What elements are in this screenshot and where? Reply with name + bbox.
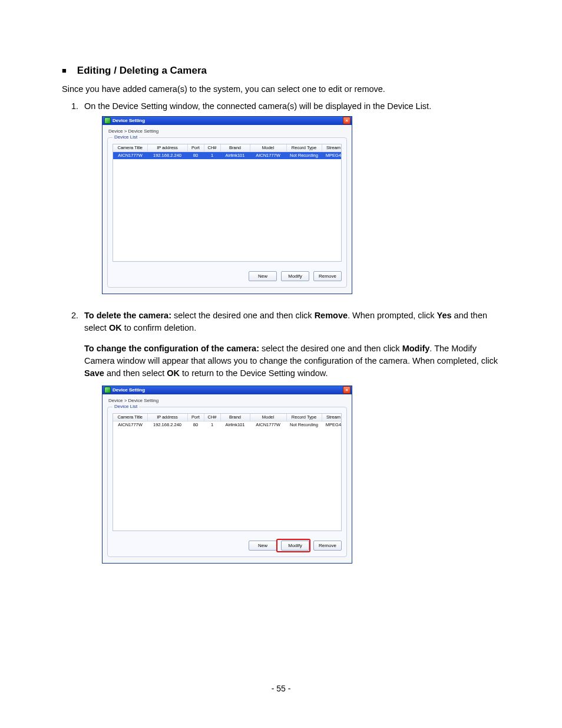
group-label: Device List — [113, 134, 139, 140]
cell-rectype: Not Recording — [286, 151, 322, 159]
cell-ch: 1 — [204, 421, 220, 429]
step-1-text: On the Device Setting window, the connec… — [84, 101, 431, 111]
new-button[interactable]: New — [249, 541, 277, 551]
table-row[interactable]: AICN1777W 192.168.2.240 80 1 Airlink101 … — [113, 151, 342, 159]
cell-ip: 192.168.2.240 — [147, 421, 187, 429]
device-list-group: Device List Camera Title IP address — [107, 407, 347, 557]
close-button[interactable]: × — [343, 386, 351, 394]
col-port: Port — [187, 414, 204, 421]
col-record-type: Record Type — [286, 144, 322, 152]
button-row: New Modify Remove — [113, 541, 342, 551]
cell-port: 80 — [187, 421, 204, 429]
col-stream: Stream — [322, 144, 342, 152]
app-icon — [104, 387, 111, 393]
window-title: Device Setting — [113, 387, 145, 393]
col-camera-title: Camera Title — [113, 144, 147, 152]
intro-paragraph: Since you have added camera(s) to the sy… — [62, 84, 500, 95]
bullet-icon: ■ — [62, 67, 67, 74]
heading-text: Editing / Deleting a Camera — [77, 65, 207, 77]
cell-model: AICN1777W — [250, 151, 286, 159]
remove-button[interactable]: Remove — [313, 271, 342, 281]
window-titlebar: Device Setting × — [103, 386, 352, 394]
cell-camera-title: AICN1777W — [113, 421, 147, 429]
window-titlebar: Device Setting × — [103, 117, 352, 125]
col-record-type: Record Type — [286, 414, 322, 421]
cell-brand: Airlink101 — [220, 421, 250, 429]
device-list-table-wrap: Camera Title IP address Port CH# Brand M… — [113, 144, 342, 262]
close-button[interactable]: × — [343, 117, 351, 124]
cell-stream: MPEG4 — [322, 421, 342, 429]
section-heading: ■ Editing / Deleting a Camera — [62, 65, 500, 77]
cell-ch: 1 — [204, 151, 220, 159]
col-ch: CH# — [204, 414, 220, 421]
device-list-group: Device List Camera Title IP address — [107, 137, 347, 288]
device-setting-window-1: Device Setting × Device > Device Setting… — [102, 116, 352, 294]
delete-lead: To delete the camera: — [84, 311, 171, 320]
cell-rectype: Not Recording — [286, 421, 322, 429]
col-ch: CH# — [204, 144, 220, 152]
cell-camera-title: AICN1777W — [113, 151, 147, 159]
col-stream: Stream — [322, 414, 342, 421]
modify-button[interactable]: Modify — [281, 271, 309, 281]
cell-brand: Airlink101 — [220, 151, 250, 159]
window-title: Device Setting — [113, 118, 145, 123]
device-list-table[interactable]: Camera Title IP address Port CH# Brand M… — [113, 414, 342, 429]
col-model: Model — [250, 414, 286, 421]
modify-button[interactable]: Modify — [281, 541, 309, 551]
device-setting-window-2: Device Setting × Device > Device Setting… — [102, 386, 352, 564]
cell-ip: 192.168.2.240 — [147, 151, 187, 159]
col-brand: Brand — [220, 144, 250, 152]
table-header-row: Camera Title IP address Port CH# Brand M… — [113, 414, 342, 421]
config-lead: To change the configuration of the camer… — [84, 344, 259, 353]
device-list-table-wrap: Camera Title IP address Port CH# Brand M… — [113, 413, 342, 531]
col-brand: Brand — [220, 414, 250, 421]
new-button[interactable]: New — [249, 271, 277, 281]
col-ip-address: IP address — [147, 414, 187, 421]
cell-model: AICN1777W — [250, 421, 286, 429]
cell-stream: MPEG4 — [322, 151, 342, 159]
table-header-row: Camera Title IP address Port CH# Brand M… — [113, 144, 342, 152]
col-port: Port — [187, 144, 204, 152]
button-row: New Modify Remove — [113, 271, 342, 281]
col-model: Model — [250, 144, 286, 152]
col-ip-address: IP address — [147, 144, 187, 152]
device-list-table[interactable]: Camera Title IP address Port CH# Brand M… — [113, 144, 342, 159]
breadcrumb: Device > Device Setting — [107, 398, 347, 407]
breadcrumb: Device > Device Setting — [107, 129, 347, 137]
group-label: Device List — [113, 404, 139, 409]
table-row[interactable]: AICN1777W 192.168.2.240 80 1 Airlink101 … — [113, 421, 342, 429]
cell-port: 80 — [187, 151, 204, 159]
step-1: On the Device Setting window, the connec… — [81, 100, 500, 294]
col-camera-title: Camera Title — [113, 414, 147, 421]
app-icon — [104, 117, 111, 124]
step-2: To delete the camera: select the desired… — [81, 309, 500, 564]
page-number: - 55 - — [0, 684, 562, 693]
remove-button[interactable]: Remove — [313, 541, 342, 551]
